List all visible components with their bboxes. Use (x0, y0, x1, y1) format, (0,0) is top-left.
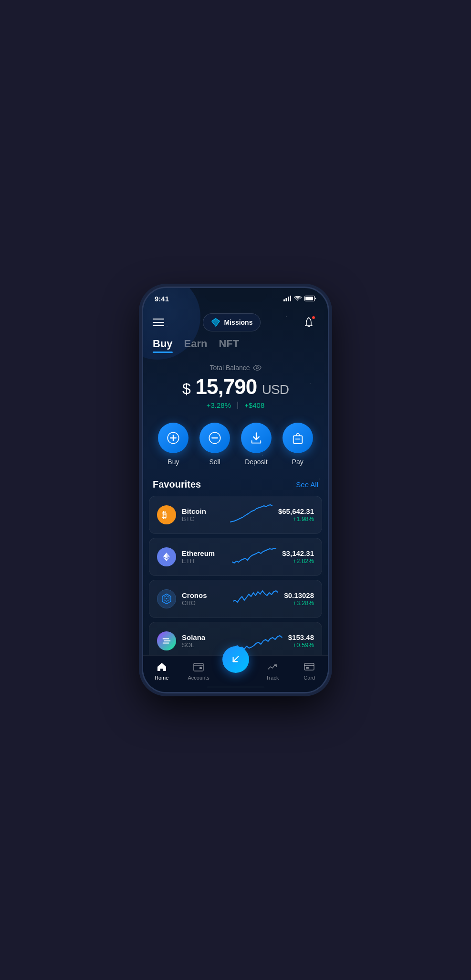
favourites-title: Favourites (153, 479, 201, 490)
accounts-nav-label: Accounts (188, 675, 209, 681)
ethereum-icon (161, 552, 172, 562)
notch (205, 288, 267, 302)
svg-rect-16 (293, 436, 302, 443)
svg-marker-19 (167, 553, 170, 558)
btc-info: Bitcoin BTC (182, 507, 224, 522)
svg-rect-2 (288, 297, 289, 301)
svg-rect-5 (305, 297, 313, 300)
svg-rect-29 (194, 663, 203, 671)
download-icon (250, 431, 263, 445)
svg-rect-3 (290, 296, 292, 301)
diamond-icon (211, 318, 220, 327)
minus-circle-icon (208, 431, 221, 445)
eth-chart (232, 545, 276, 569)
tab-bar: Buy Earn NFT (143, 338, 328, 360)
see-all-button[interactable]: See All (296, 480, 318, 489)
card-nav-icon (303, 660, 315, 673)
balance-label: Total Balance (153, 363, 318, 372)
cro-logo (157, 589, 176, 608)
btc-price-info: $65,642.31 +1.98% (278, 507, 314, 522)
notification-button[interactable] (299, 313, 318, 332)
signal-icon (283, 296, 291, 301)
cronos-icon (161, 593, 172, 605)
bag-icon (291, 431, 304, 445)
bottom-nav: Home Accounts (143, 655, 328, 692)
svg-point-10 (256, 367, 258, 369)
svg-rect-26 (163, 639, 169, 639)
home-nav-label: Home (155, 675, 168, 681)
sell-icon (199, 423, 230, 453)
sol-info: Solana SOL (182, 633, 229, 649)
svg-rect-0 (283, 299, 285, 301)
eth-info: Ethereum ETH (182, 549, 226, 565)
nav-track[interactable]: Track (258, 660, 287, 681)
hamburger-menu[interactable] (153, 319, 164, 326)
btc-logo: ₿ (157, 505, 176, 524)
balance-section: Total Balance $ 15,790 USD +3.28% | +$40… (143, 360, 328, 419)
card-icon (304, 661, 315, 672)
home-nav-icon (156, 660, 168, 673)
solana-icon (161, 636, 172, 646)
wallet-icon (193, 661, 204, 672)
trade-fab-button[interactable] (222, 646, 249, 673)
phone-content: 9:41 (143, 288, 328, 692)
nav-home[interactable]: Home (147, 660, 176, 681)
crypto-item-eth[interactable]: Ethereum ETH $3,142.31 +2.82% (149, 538, 322, 576)
battery-icon (304, 296, 316, 301)
favourites-header: Favourites See All (143, 475, 328, 496)
pay-icon (283, 423, 313, 453)
wifi-icon (294, 296, 302, 301)
missions-label: Missions (224, 319, 253, 326)
status-icons (283, 296, 316, 301)
crypto-item-btc[interactable]: ₿ Bitcoin BTC $65,642.31 +1.98% (149, 496, 322, 534)
buy-icon (158, 423, 188, 453)
eye-icon (253, 363, 262, 372)
eth-logo (157, 547, 176, 566)
buy-button[interactable]: Buy (158, 423, 188, 466)
tab-nft[interactable]: NFT (219, 338, 239, 352)
accounts-nav-icon (192, 660, 205, 673)
crypto-item-cro[interactable]: Cronos CRO $0.13028 +3.28% (149, 580, 322, 618)
crypto-list: ₿ Bitcoin BTC $65,642.31 +1.98% (143, 496, 328, 655)
chart-icon (267, 661, 278, 672)
nav-accounts[interactable]: Accounts (184, 660, 213, 681)
action-buttons: Buy Sell De (143, 419, 328, 475)
home-icon (156, 661, 167, 672)
notification-dot (312, 316, 315, 320)
pay-button[interactable]: Pay (283, 423, 313, 466)
track-nav-icon (266, 660, 279, 673)
cro-info: Cronos CRO (182, 591, 227, 607)
btc-chart (230, 503, 272, 527)
nav-card[interactable]: Card (295, 660, 324, 681)
cro-chart (233, 587, 278, 611)
status-time: 9:41 (155, 295, 169, 303)
tab-earn[interactable]: Earn (184, 338, 208, 352)
cro-price-info: $0.13028 +3.28% (284, 591, 314, 607)
bitcoin-icon: ₿ (161, 509, 172, 521)
svg-rect-31 (304, 663, 314, 670)
svg-marker-20 (163, 553, 167, 558)
balance-amount: $ 15,790 USD (153, 375, 318, 399)
svg-point-25 (166, 598, 167, 599)
svg-text:₿: ₿ (162, 511, 167, 520)
svg-rect-28 (163, 642, 169, 643)
sell-button[interactable]: Sell (199, 423, 230, 466)
sol-price-info: $153.48 +0.59% (288, 633, 314, 649)
plus-circle-icon (167, 431, 180, 445)
sol-logo (157, 631, 176, 650)
deposit-icon (241, 423, 272, 453)
svg-rect-1 (286, 298, 287, 301)
trade-icon (230, 653, 242, 666)
top-nav: Missions (143, 309, 328, 338)
deposit-button[interactable]: Deposit (241, 423, 272, 466)
track-nav-label: Track (266, 675, 279, 681)
missions-button[interactable]: Missions (203, 313, 261, 331)
svg-rect-30 (199, 667, 202, 669)
svg-rect-27 (164, 640, 171, 641)
card-nav-label: Card (304, 675, 315, 681)
phone-shell: 9:41 (142, 287, 329, 693)
svg-rect-33 (306, 667, 309, 669)
balance-change: +3.28% | +$408 (153, 401, 318, 409)
tab-buy[interactable]: Buy (153, 338, 173, 352)
eth-price-info: $3,142.31 +2.82% (282, 549, 314, 565)
